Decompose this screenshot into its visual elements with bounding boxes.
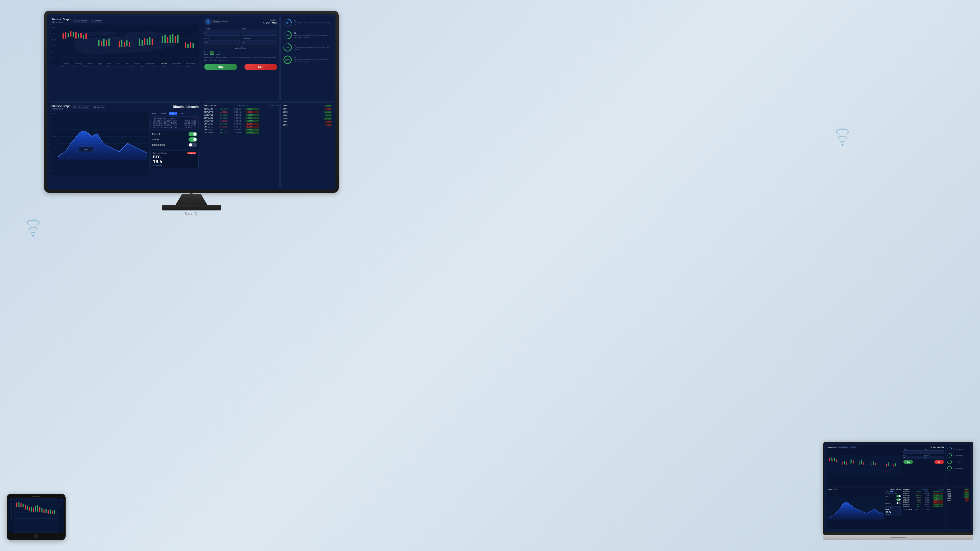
svg-rect-109 [37,505,38,511]
limit-dropdown[interactable]: ▾ [242,30,277,36]
svg-rect-94 [15,500,57,531]
laptop-progress-panel: 01 Lorem ipsum... 02 Lorem ipsum... 03 L… [946,445,970,487]
svg-rect-75 [859,461,860,465]
coming-badge: COMING [188,152,196,154]
toggle-fullcell[interactable] [188,132,197,136]
candlestick-svg [60,26,197,61]
laptop-candlestick-svg [828,449,901,481]
monitor-stand [175,194,207,205]
watchlist-date2: 21/3/2019 [268,104,278,107]
checkbox1[interactable] [204,51,208,55]
svg-rect-42 [192,43,194,48]
candlestick-chart-panel: Statistic Graph 44 members All categorie… [49,16,201,102]
svg-rect-83 [894,464,894,467]
laptop-right-panel: 0,0001+0,000 0,0041+0,010 1.9998+1,9999 … [946,487,970,529]
svg-rect-108 [35,506,36,512]
area-categories-dropdown[interactable]: All categories ▾ [72,105,90,109]
laptop-buy-btn[interactable]: Buy [904,460,913,464]
allstats-dropdown[interactable]: All stats [91,19,103,23]
watchlist-row-7: EUR/BTC(-4.12%)0,0041-0,010 [204,126,278,128]
svg-rect-100 [19,502,19,507]
phone-right-sidebar: ⚙ Menu [58,498,64,533]
svg-rect-26 [139,38,140,46]
svg-rect-39 [185,42,186,48]
total-amount: 1,211,79 $ [263,21,277,25]
svg-rect-82 [888,462,889,466]
toggle-label-fullcell: Full cell [152,133,161,135]
user-role: User Role [213,22,228,24]
monitor-base [162,205,221,210]
svg-rect-78 [872,462,872,466]
svg-rect-14 [83,35,84,39]
progress-num-3: 03 [294,44,331,46]
categories-dropdown[interactable]: All categories [73,19,89,23]
wifi-left-icon [27,220,40,237]
monitor: Statistic Graph 44 members All categorie… [44,11,339,214]
buy-button[interactable]: Buy [204,64,237,70]
svg-rect-41 [190,42,191,48]
laptop-area-panel: Statistic Graph Bitcoin / Litecoin [827,487,902,529]
svg-rect-19 [106,40,107,46]
area-chart-panel: Statistic Graph 44 members All categorie… [49,102,201,188]
price-dropdown[interactable]: ▾ [204,40,240,45]
svg-rect-111 [41,508,43,513]
toggle-stocks[interactable] [188,137,197,142]
btc-value: 19.5 [153,159,196,165]
trade-panel: 👤 Username Name User Role TOTAL: 1,211,7… [202,16,280,102]
currency-tabs: BTC ETH USD LTC [151,111,199,115]
svg-rect-12 [78,33,79,38]
laptop-area-svg [828,491,884,526]
progress-panel: 25% 01 Lorem ipsum dolor sit amet consec… [280,16,334,102]
svg-rect-73 [851,459,852,463]
svg-rect-67 [836,459,837,462]
svg-rect-38 [177,35,178,43]
tab-ltc[interactable]: LTC [178,111,186,115]
svg-rect-65 [832,459,833,461]
area-chart-svg: tooltip [58,111,147,172]
svg-rect-11 [75,32,76,38]
tab-btc[interactable]: BTC [151,111,159,115]
area-stats-dropdown[interactable]: All stats ▾ [92,105,105,109]
trade-dropdown[interactable]: ▾ [204,30,240,36]
duration-dropdown[interactable]: ▾ [242,40,277,45]
sell-button[interactable]: Sell [245,64,277,70]
phone-bezel: ☰ Trade Industry Bank [7,494,65,540]
duration-label: Duration [242,37,277,40]
tab-eth[interactable]: ETH [159,111,168,115]
watchlist-row-5: USD/RUB(-4.12%)1.9998+1,9999 [204,120,278,122]
svg-rect-10 [73,32,74,37]
progress-desc-4: adipiscing elit sed do eiusmod tempor in… [294,59,331,63]
svg-rect-107 [33,508,34,513]
laptop-trade-panel: TOTAL: 1,211,79 $ Trade▾ Limit▾ Price▾ D… [902,445,945,487]
svg-rect-40 [188,44,189,48]
svg-rect-112 [43,510,45,513]
laptop-sell-btn[interactable]: Sell [934,460,944,464]
checkbox2[interactable] [210,51,214,55]
progress-num-1: 01 [294,19,331,22]
svg-rect-106 [31,507,32,512]
svg-rect-72 [850,460,851,464]
checkbox3[interactable] [216,51,220,55]
svg-rect-23 [124,42,125,47]
svg-rect-115 [50,510,51,514]
svg-rect-20 [108,38,110,46]
all-on-more-label: All on More [204,47,277,49]
monitor-brand-label: BenQ [185,212,199,216]
chart-subtitle: 44 members [51,21,70,23]
svg-rect-8 [68,33,69,37]
progress-pct-3: 75% [286,46,290,48]
svg-point-92 [948,467,951,470]
phone: ☰ Trade Industry Bank [7,494,65,540]
svg-rect-81 [886,464,887,467]
tab-usd[interactable]: USD [169,111,177,115]
toggle-bankbonds[interactable] [188,143,197,147]
invested-label: ●Invested [153,165,196,167]
username: Username Name [213,20,228,22]
watchlist-title: WATCHLIST [204,104,218,107]
svg-rect-101 [21,503,22,508]
laptop-hinge [823,533,973,535]
user-avatar: 👤 [204,18,212,25]
watchlist-row-9: USD/RUB(+4.121.9998+1,9999 [204,131,278,134]
price-label: Price [204,37,240,40]
phone-left-sidebar: ☰ Trade Industry Bank [8,498,14,533]
